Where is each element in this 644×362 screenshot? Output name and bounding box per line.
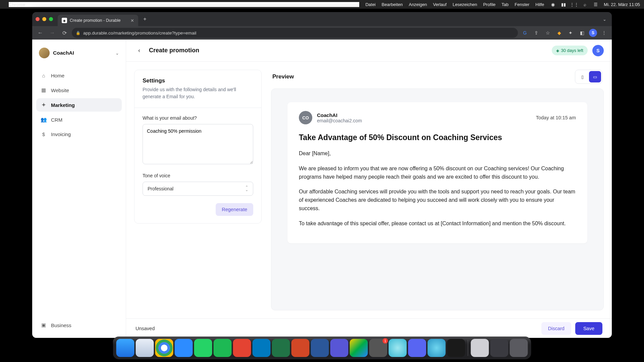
- menubar-clock[interactable]: Mi. 22. März 11:05: [604, 2, 640, 7]
- dock-app-quicktime[interactable]: [428, 339, 446, 357]
- dock-app-todoist[interactable]: [233, 339, 251, 357]
- desktop-view-button[interactable]: ▭: [589, 71, 601, 82]
- forward-button[interactable]: →: [48, 28, 57, 38]
- menu-hilfe[interactable]: Hilfe: [535, 2, 544, 7]
- discard-button[interactable]: Discard: [541, 322, 571, 335]
- screenrec-icon[interactable]: ◉: [550, 2, 555, 7]
- menu-profile[interactable]: Profile: [483, 2, 495, 7]
- tab-favicon-icon: ◆: [62, 18, 67, 23]
- tabs-dropdown-icon[interactable]: ⌄: [603, 17, 606, 22]
- browser-tab[interactable]: ◆ Create promotion - Durable ✕: [58, 15, 138, 26]
- chevron-down-icon: ⌄: [115, 51, 119, 56]
- dock-app-word[interactable]: [311, 339, 329, 357]
- page-header: ‹ Create promotion ◈ 30 days left S: [126, 40, 612, 62]
- sidebar-item-website[interactable]: ▦ Website: [36, 83, 122, 97]
- dock-app-safari[interactable]: [136, 339, 154, 357]
- menu-tab[interactable]: Tab: [501, 2, 508, 7]
- control-center-icon[interactable]: ☰: [593, 2, 598, 7]
- address-bar[interactable]: 🔒 app.durable.co/marketing/promotions/cr…: [72, 28, 518, 38]
- sidebar-item-home[interactable]: ⌂ Home: [36, 69, 122, 82]
- kebab-menu-icon[interactable]: ⋮: [600, 28, 608, 37]
- window-controls: [36, 17, 53, 21]
- dock-app-discord[interactable]: [408, 339, 426, 357]
- dock-app-spotify[interactable]: [214, 339, 232, 357]
- badge: 1: [383, 338, 388, 344]
- minimize-window[interactable]: [42, 17, 46, 21]
- dock-app-finder[interactable]: [116, 339, 135, 357]
- dock-app-chrome[interactable]: [155, 339, 173, 357]
- tone-label: Tone of voice: [143, 173, 253, 178]
- menu-anzeigen[interactable]: Anzeigen: [409, 2, 427, 7]
- chrome-window: ◆ Create promotion - Durable ✕ + ⌄ ← → ⟳…: [32, 12, 612, 338]
- menu-bearbeiten[interactable]: Bearbeiten: [382, 2, 403, 7]
- desktop-icon: ▭: [593, 74, 597, 79]
- tab-strip: ◆ Create promotion - Durable ✕ + ⌄: [32, 12, 612, 26]
- dock-app-whatsapp[interactable]: [194, 339, 212, 357]
- menu-lesezeichen[interactable]: Lesezeichen: [452, 2, 477, 7]
- dock-app-trash[interactable]: [510, 339, 528, 357]
- close-window[interactable]: [36, 17, 40, 21]
- dock-app-settings[interactable]: 1: [369, 339, 387, 357]
- google-icon[interactable]: G: [521, 28, 529, 37]
- nav-list: ⌂ Home ▦ Website ✦ Marketing 👥 CRM $: [36, 69, 122, 141]
- dock-separator: [468, 340, 468, 356]
- search-icon[interactable]: ⌕: [582, 2, 588, 7]
- maximize-window[interactable]: [49, 17, 53, 21]
- dock-app-excel[interactable]: [272, 339, 290, 357]
- email-header: CO CoachAI email@coachai2.com Today at 1…: [299, 111, 576, 124]
- back-icon[interactable]: ‹: [134, 46, 144, 56]
- dock-app-powerpoint[interactable]: [291, 339, 310, 357]
- workspace-switcher[interactable]: CoachAI ⌄: [36, 46, 122, 60]
- sidebar-item-marketing[interactable]: ✦ Marketing: [36, 98, 122, 112]
- preview-viewport[interactable]: CO CoachAI email@coachai2.com Today at 1…: [271, 88, 604, 310]
- save-button[interactable]: Save: [575, 322, 602, 335]
- chrome-profile-avatar[interactable]: S: [589, 29, 597, 37]
- reload-button[interactable]: ⟳: [60, 28, 69, 38]
- settings-title: Settings: [143, 77, 253, 84]
- battery-icon[interactable]: ▮▮: [561, 2, 566, 7]
- marketing-icon: ✦: [40, 102, 47, 108]
- tone-select[interactable]: Professional ⌃⌄: [143, 182, 253, 196]
- wifi-icon[interactable]: ⋮⋮: [572, 2, 577, 7]
- footer-bar: Unsaved Discard Save: [126, 318, 612, 338]
- tab-title: Create promotion - Durable: [70, 18, 120, 23]
- bookmark-icon[interactable]: ☆: [543, 28, 552, 37]
- device-toggle: ▯ ▭: [575, 70, 602, 84]
- sidebar-item-crm[interactable]: 👥 CRM: [36, 113, 122, 126]
- sidebar-item-label: Marketing: [51, 102, 75, 108]
- dock-app-launchpad[interactable]: [490, 339, 508, 357]
- dock-app-trello[interactable]: [253, 339, 271, 357]
- sender-name: CoachAI: [317, 112, 362, 118]
- extensions-icon[interactable]: ✦: [566, 28, 575, 37]
- page-title: Create promotion: [149, 47, 199, 54]
- new-tab-button[interactable]: +: [140, 14, 150, 24]
- sidepanel-icon[interactable]: ◧: [578, 28, 586, 37]
- menu-fenster[interactable]: Fenster: [515, 2, 529, 7]
- workspace-logo-icon: [39, 48, 50, 58]
- mobile-view-button[interactable]: ▯: [576, 71, 588, 82]
- dock-app-app-gray[interactable]: [471, 339, 489, 357]
- menu-datei[interactable]: Datei: [365, 2, 375, 7]
- dock-app-drive[interactable]: [350, 339, 368, 357]
- menu-verlauf[interactable]: Verlauf: [433, 2, 446, 7]
- about-textarea[interactable]: [143, 124, 253, 164]
- email-card: CO CoachAI email@coachai2.com Today at 1…: [287, 102, 587, 243]
- menubar-app[interactable]: Chrome: [9, 2, 359, 7]
- dock-app-zoom[interactable]: [175, 339, 193, 357]
- trial-badge[interactable]: ◈ 30 days left: [552, 46, 588, 55]
- save-status: Unsaved: [136, 326, 155, 331]
- dock-app-audio[interactable]: [447, 339, 465, 357]
- regenerate-button[interactable]: Regenerate: [216, 203, 253, 216]
- dock-app-imovie[interactable]: [330, 339, 348, 357]
- sidebar: CoachAI ⌄ ⌂ Home ▦ Website ✦ Marketing 👥: [32, 40, 126, 338]
- sidebar-item-business[interactable]: ▣ Business: [36, 318, 122, 332]
- share-icon[interactable]: ⇪: [532, 28, 541, 37]
- user-avatar[interactable]: S: [592, 45, 604, 56]
- extension1-icon[interactable]: ◆: [555, 28, 564, 37]
- back-button[interactable]: ←: [36, 28, 45, 38]
- close-tab-icon[interactable]: ✕: [130, 18, 134, 23]
- sidebar-item-invoicing[interactable]: $ Invoicing: [36, 128, 122, 141]
- crm-icon: 👥: [40, 117, 47, 123]
- dock-app-app-blue[interactable]: [389, 339, 407, 357]
- url-text: app.durable.co/marketing/promotions/crea…: [83, 31, 196, 36]
